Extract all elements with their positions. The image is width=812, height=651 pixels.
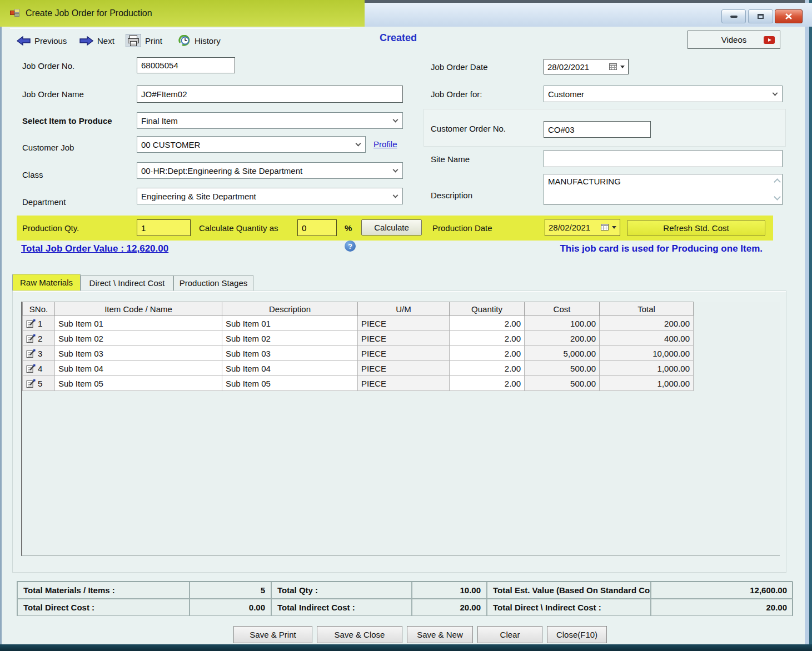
department-dropdown[interactable]: Engineering & Site Department [137,188,403,204]
cell-item[interactable]: Sub Item 02 [55,331,222,346]
cell-um[interactable]: PIECE [358,376,450,391]
cell-description[interactable]: Sub Item 02 [222,331,358,346]
col-item: Item Code / Name [55,302,222,316]
table-row[interactable]: 2 Sub Item 02 Sub Item 02 PIECE 2.00 200… [23,331,694,346]
cell-um[interactable]: PIECE [358,331,450,346]
profile-link[interactable]: Profile [373,139,397,149]
printer-icon [126,34,141,47]
tab-production-stages[interactable]: Production Stages [173,275,253,291]
window-title: Create Job Order for Production [26,0,152,27]
save-and-new-button[interactable]: Save & New [407,626,473,643]
cell-quantity[interactable]: 2.00 [450,346,525,361]
table-row[interactable]: 4 Sub Item 04 Sub Item 04 PIECE 2.00 500… [23,361,694,376]
site-name-label: Site Name [431,151,470,167]
history-button[interactable]: History [178,32,221,49]
department-label: Department [22,193,66,210]
row-edit-icon [26,364,36,373]
tab-raw-materials[interactable]: Raw Materials [12,274,81,291]
history-clock-icon [178,35,191,47]
cell-description[interactable]: Sub Item 03 [222,346,358,361]
percent-label: % [345,219,352,236]
table-row[interactable]: 1 Sub Item 01 Sub Item 01 PIECE 2.00 100… [23,316,694,331]
calculate-quantity-input[interactable] [297,219,337,236]
col-quantity: Quantity [450,302,525,316]
cell-item[interactable]: Sub Item 03 [55,346,222,361]
cell-cost: 200.00 [525,331,600,346]
cell-description[interactable]: Sub Item 01 [222,316,358,331]
totals-direct-cost-value: 0.00 [190,599,271,616]
cell-item[interactable]: Sub Item 01 [55,316,222,331]
cell-item[interactable]: Sub Item 05 [55,376,222,391]
table-row[interactable]: 3 Sub Item 03 Sub Item 03 PIECE 2.00 5,0… [23,346,694,361]
description-label: Description [431,187,472,203]
job-order-name-label: Job Order Name [22,86,84,102]
row-sno: 4 [38,364,42,373]
scroll-up-icon[interactable] [774,178,781,186]
help-icon[interactable]: ? [345,241,356,252]
cell-quantity[interactable]: 2.00 [450,331,525,346]
raw-materials-table: SNo. Item Code / Name Description U/M Qu… [22,302,694,391]
total-job-order-value-link[interactable]: Total Job Order Value : 12,620.00 [21,243,168,254]
customer-order-no-input[interactable] [544,121,651,138]
calendar-icon [601,223,609,232]
customer-job-dropdown[interactable]: 00 CUSTOMER [137,136,366,153]
arrow-right-icon [79,36,93,46]
cell-description[interactable]: Sub Item 04 [222,361,358,376]
description-textarea[interactable]: MANUFACTURING [544,174,783,205]
cell-item[interactable]: Sub Item 04 [55,361,222,376]
previous-label: Previous [34,36,67,46]
status-badge: Created [380,32,417,44]
window-border-right [805,0,812,651]
cell-cost: 100.00 [525,316,600,331]
minimize-button[interactable] [721,9,746,23]
site-name-input[interactable] [544,150,783,167]
scroll-down-icon[interactable] [774,193,781,201]
totals-materials-value: 5 [190,582,271,599]
print-label: Print [145,36,162,46]
next-button[interactable]: Next [79,32,114,49]
window-border-bottom [0,644,812,651]
cell-total: 400.00 [600,331,694,346]
calculate-button[interactable]: Calculate [361,219,422,236]
clear-button[interactable]: Clear [477,626,542,643]
select-item-dropdown[interactable]: Final Item [137,112,403,129]
close-icon [785,13,793,19]
job-order-no-input[interactable] [137,57,235,73]
job-order-no-label: Job Order No. [22,57,74,74]
save-and-print-button[interactable]: Save & Print [233,626,312,643]
cell-um[interactable]: PIECE [358,361,450,376]
close-f10-button[interactable]: Close(F10) [547,626,607,643]
app-icon [10,8,20,20]
previous-button[interactable]: Previous [17,32,67,49]
save-and-close-button[interactable]: Save & Close [317,626,402,643]
cell-quantity[interactable]: 2.00 [450,361,525,376]
cell-quantity[interactable]: 2.00 [450,376,525,391]
cell-um[interactable]: PIECE [358,346,450,361]
dropdown-arrow-icon [620,66,625,68]
totals-est-value-label: Total Est. Value (Based On Standard Cost… [487,582,651,599]
cell-description[interactable]: Sub Item 05 [222,376,358,391]
class-label: Class [22,166,43,183]
job-order-for-dropdown[interactable]: Customer [544,86,783,102]
select-item-value: Final Item [141,116,178,126]
production-qty-input[interactable] [137,219,191,236]
print-button[interactable]: Print [126,32,162,49]
totals-qty-value: 10.00 [412,582,487,599]
refresh-std-cost-button[interactable]: Refresh Std. Cost [627,220,765,236]
production-date-value: 28/02/2021 [549,223,590,232]
col-total: Total [600,302,694,316]
production-date-input[interactable]: 28/02/2021 [545,219,620,236]
job-order-name-input[interactable] [137,86,403,103]
maximize-button[interactable] [748,9,773,23]
table-row[interactable]: 5 Sub Item 05 Sub Item 05 PIECE 2.00 500… [23,376,694,391]
cell-quantity[interactable]: 2.00 [450,316,525,331]
close-button[interactable] [775,9,803,23]
cell-um[interactable]: PIECE [358,316,450,331]
col-sno: SNo. [23,302,55,316]
videos-button[interactable]: Videos [688,31,780,49]
maximize-icon [758,14,764,19]
class-dropdown[interactable]: 00·HR:Dept:Engineering & Site Department [137,162,403,179]
job-order-date-input[interactable]: 28/02/2021 [544,59,629,74]
totals-summary-table: Total Materials / Items : 5 Total Qty : … [17,581,793,616]
tab-direct-indirect-cost[interactable]: Direct \ Indirect Cost [81,275,173,291]
